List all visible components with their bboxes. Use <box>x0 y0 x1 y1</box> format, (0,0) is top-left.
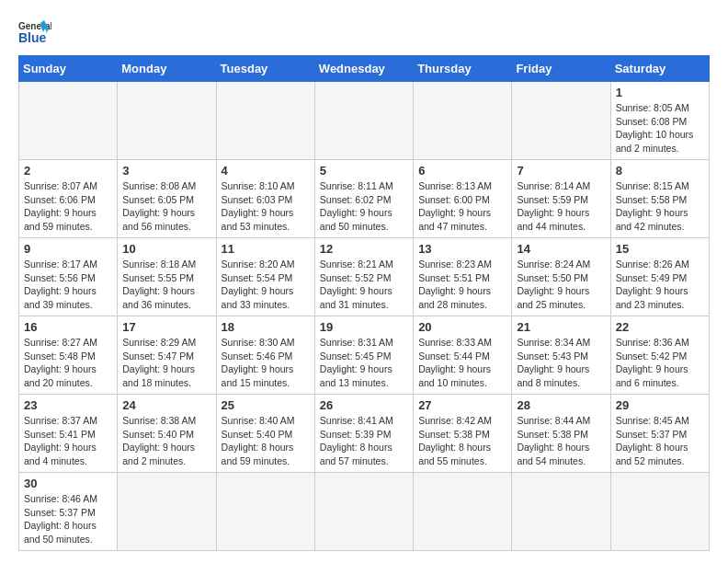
calendar-cell: 11Sunrise: 8:20 AMSunset: 5:54 PMDayligh… <box>216 238 314 316</box>
day-info: Sunrise: 8:15 AMSunset: 5:58 PMDaylight:… <box>616 179 704 234</box>
calendar-cell: 29Sunrise: 8:45 AMSunset: 5:37 PMDayligh… <box>610 395 709 473</box>
day-number: 22 <box>616 320 704 334</box>
calendar-cell: 27Sunrise: 8:42 AMSunset: 5:38 PMDayligh… <box>414 395 512 473</box>
weekday-header: Wednesday <box>314 56 413 82</box>
day-number: 20 <box>418 320 506 334</box>
day-info: Sunrise: 8:11 AMSunset: 6:02 PMDaylight:… <box>320 179 408 234</box>
day-info: Sunrise: 8:18 AMSunset: 5:55 PMDaylight:… <box>122 258 210 312</box>
day-number: 12 <box>320 242 408 256</box>
calendar-cell: 12Sunrise: 8:21 AMSunset: 5:52 PMDayligh… <box>314 238 413 316</box>
calendar-cell: 4Sunrise: 8:10 AMSunset: 6:03 PMDaylight… <box>216 160 314 238</box>
calendar-cell: 6Sunrise: 8:13 AMSunset: 6:00 PMDaylight… <box>414 160 512 238</box>
calendar-cell <box>414 473 512 551</box>
calendar-cell <box>216 473 314 551</box>
day-info: Sunrise: 8:08 AMSunset: 6:05 PMDaylight:… <box>122 179 210 234</box>
calendar-cell: 14Sunrise: 8:24 AMSunset: 5:50 PMDayligh… <box>512 238 610 316</box>
day-info: Sunrise: 8:45 AMSunset: 5:37 PMDaylight:… <box>616 414 704 468</box>
calendar-week-row: 1Sunrise: 8:05 AMSunset: 6:08 PMDaylight… <box>19 82 710 160</box>
calendar-cell: 3Sunrise: 8:08 AMSunset: 6:05 PMDaylight… <box>118 160 216 238</box>
day-info: Sunrise: 8:05 AMSunset: 6:08 PMDaylight:… <box>616 101 704 155</box>
day-number: 2 <box>24 164 112 178</box>
calendar-cell: 15Sunrise: 8:26 AMSunset: 5:49 PMDayligh… <box>610 238 709 316</box>
logo: General Blue <box>18 18 51 46</box>
day-info: Sunrise: 8:42 AMSunset: 5:38 PMDaylight:… <box>418 414 506 468</box>
calendar-cell <box>314 82 413 160</box>
day-info: Sunrise: 8:41 AMSunset: 5:39 PMDaylight:… <box>320 414 408 468</box>
day-info: Sunrise: 8:27 AMSunset: 5:48 PMDaylight:… <box>24 336 112 390</box>
calendar-cell: 26Sunrise: 8:41 AMSunset: 5:39 PMDayligh… <box>314 395 413 473</box>
day-info: Sunrise: 8:37 AMSunset: 5:41 PMDaylight:… <box>24 414 112 468</box>
day-info: Sunrise: 8:17 AMSunset: 5:56 PMDaylight:… <box>24 258 112 312</box>
day-number: 25 <box>222 398 310 412</box>
day-info: Sunrise: 8:34 AMSunset: 5:43 PMDaylight:… <box>517 336 605 390</box>
calendar-cell: 22Sunrise: 8:36 AMSunset: 5:42 PMDayligh… <box>610 316 709 395</box>
day-number: 4 <box>222 164 310 178</box>
calendar-cell: 8Sunrise: 8:15 AMSunset: 5:58 PMDaylight… <box>610 160 709 238</box>
day-number: 5 <box>320 164 408 178</box>
day-info: Sunrise: 8:36 AMSunset: 5:42 PMDaylight:… <box>616 336 704 390</box>
day-number: 29 <box>616 398 704 412</box>
calendar-cell <box>512 82 610 160</box>
page-header: General Blue <box>18 18 710 46</box>
weekday-header-row: SundayMondayTuesdayWednesdayThursdayFrid… <box>19 56 710 82</box>
weekday-header: Sunday <box>19 56 118 82</box>
day-number: 17 <box>122 320 210 334</box>
calendar-cell: 1Sunrise: 8:05 AMSunset: 6:08 PMDaylight… <box>610 82 709 160</box>
calendar-cell: 25Sunrise: 8:40 AMSunset: 5:40 PMDayligh… <box>216 395 314 473</box>
calendar-cell: 13Sunrise: 8:23 AMSunset: 5:51 PMDayligh… <box>414 238 512 316</box>
day-number: 6 <box>418 164 506 178</box>
day-info: Sunrise: 8:44 AMSunset: 5:38 PMDaylight:… <box>517 414 605 468</box>
calendar-cell <box>118 82 216 160</box>
day-number: 21 <box>517 320 605 334</box>
day-number: 28 <box>517 398 605 412</box>
svg-text:Blue: Blue <box>18 30 47 45</box>
day-number: 23 <box>24 398 112 412</box>
day-number: 11 <box>222 242 310 256</box>
day-info: Sunrise: 8:38 AMSunset: 5:40 PMDaylight:… <box>122 414 210 468</box>
day-number: 10 <box>122 242 210 256</box>
day-info: Sunrise: 8:46 AMSunset: 5:37 PMDaylight:… <box>24 492 112 546</box>
day-number: 30 <box>24 477 112 490</box>
calendar-cell <box>216 82 314 160</box>
day-info: Sunrise: 8:29 AMSunset: 5:47 PMDaylight:… <box>122 336 210 390</box>
calendar-week-row: 23Sunrise: 8:37 AMSunset: 5:41 PMDayligh… <box>19 395 710 473</box>
calendar-cell: 24Sunrise: 8:38 AMSunset: 5:40 PMDayligh… <box>118 395 216 473</box>
day-number: 13 <box>418 242 506 256</box>
calendar-cell: 18Sunrise: 8:30 AMSunset: 5:46 PMDayligh… <box>216 316 314 395</box>
day-number: 27 <box>418 398 506 412</box>
weekday-header: Monday <box>118 56 216 82</box>
weekday-header: Tuesday <box>216 56 314 82</box>
day-info: Sunrise: 8:20 AMSunset: 5:54 PMDaylight:… <box>222 258 310 312</box>
day-info: Sunrise: 8:07 AMSunset: 6:06 PMDaylight:… <box>24 179 112 234</box>
calendar-cell <box>314 473 413 551</box>
calendar-week-row: 2Sunrise: 8:07 AMSunset: 6:06 PMDaylight… <box>19 160 710 238</box>
day-number: 7 <box>517 164 605 178</box>
calendar-cell: 19Sunrise: 8:31 AMSunset: 5:45 PMDayligh… <box>314 316 413 395</box>
day-info: Sunrise: 8:21 AMSunset: 5:52 PMDaylight:… <box>320 258 408 312</box>
calendar-cell <box>118 473 216 551</box>
calendar-week-row: 9Sunrise: 8:17 AMSunset: 5:56 PMDaylight… <box>19 238 710 316</box>
day-number: 3 <box>122 164 210 178</box>
logo-svg: General Blue <box>18 18 51 46</box>
day-info: Sunrise: 8:13 AMSunset: 6:00 PMDaylight:… <box>418 179 506 234</box>
calendar-week-row: 30Sunrise: 8:46 AMSunset: 5:37 PMDayligh… <box>19 473 710 551</box>
calendar-cell: 17Sunrise: 8:29 AMSunset: 5:47 PMDayligh… <box>118 316 216 395</box>
weekday-header: Friday <box>512 56 610 82</box>
day-info: Sunrise: 8:30 AMSunset: 5:46 PMDaylight:… <box>222 336 310 390</box>
calendar-cell: 30Sunrise: 8:46 AMSunset: 5:37 PMDayligh… <box>19 473 118 551</box>
day-number: 18 <box>222 320 310 334</box>
calendar-cell: 28Sunrise: 8:44 AMSunset: 5:38 PMDayligh… <box>512 395 610 473</box>
calendar-cell <box>512 473 610 551</box>
day-number: 19 <box>320 320 408 334</box>
calendar-cell <box>19 82 118 160</box>
day-info: Sunrise: 8:40 AMSunset: 5:40 PMDaylight:… <box>222 414 310 468</box>
weekday-header: Thursday <box>414 56 512 82</box>
day-info: Sunrise: 8:24 AMSunset: 5:50 PMDaylight:… <box>517 258 605 312</box>
day-info: Sunrise: 8:33 AMSunset: 5:44 PMDaylight:… <box>418 336 506 390</box>
calendar-cell <box>610 473 709 551</box>
calendar-cell: 9Sunrise: 8:17 AMSunset: 5:56 PMDaylight… <box>19 238 118 316</box>
day-number: 26 <box>320 398 408 412</box>
day-info: Sunrise: 8:26 AMSunset: 5:49 PMDaylight:… <box>616 258 704 312</box>
day-number: 9 <box>24 242 112 256</box>
calendar-cell: 5Sunrise: 8:11 AMSunset: 6:02 PMDaylight… <box>314 160 413 238</box>
